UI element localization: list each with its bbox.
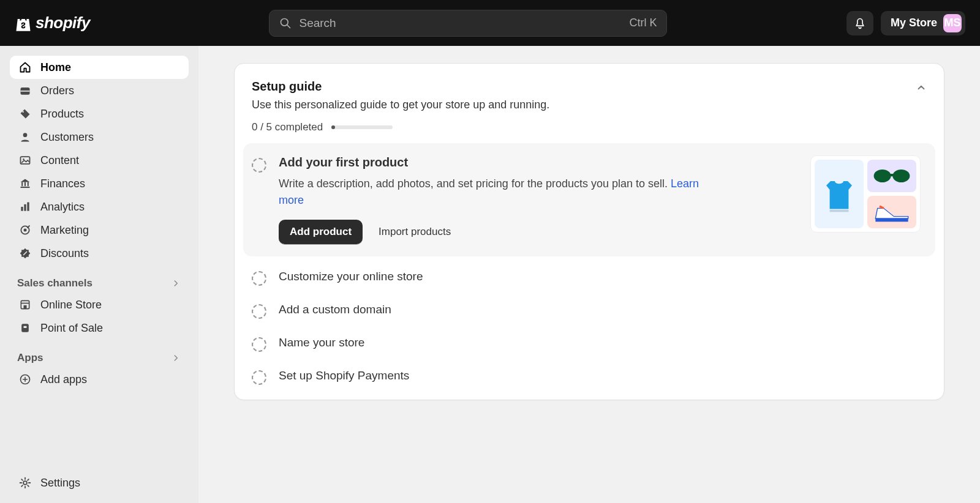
sidebar-item-label: Marketing [40,224,89,237]
task-title: Set up Shopify Payments [279,369,409,382]
tshirt-icon [815,160,864,228]
setup-guide-card: Setup guide Use this personalized guide … [234,63,944,400]
import-products-button[interactable]: Import products [379,226,451,238]
progress-text: 0 / 5 completed [252,121,323,133]
sidebar-item-discounts[interactable]: Discounts [10,242,189,265]
pos-icon [18,321,32,335]
sunglasses-icon [867,160,916,192]
svg-rect-14 [27,203,29,211]
setup-subtitle: Use this personalized guide to get your … [252,99,549,111]
store-icon [18,298,32,311]
chevron-right-icon [172,354,180,362]
task-illustration [810,155,921,233]
svg-rect-3 [21,91,30,92]
sidebar-item-label: Finances [40,177,85,190]
svg-rect-20 [24,326,27,328]
tag-icon [18,107,32,121]
sidebar-item-finances[interactable]: Finances [10,172,189,195]
target-icon [18,223,32,237]
task-status-icon [252,370,266,385]
sidebar-item-content[interactable]: Content [10,149,189,172]
inbox-icon [18,84,32,97]
top-bar: shopify Search Ctrl K My Store MS [0,0,980,46]
main-content: Setup guide Use this personalized guide … [198,46,980,503]
avatar: MS [943,14,962,32]
progress-bar [331,125,393,129]
sidebar-item-label: Orders [40,84,74,97]
sidebar-item-home[interactable]: Home [10,56,189,79]
image-icon [18,154,32,167]
sidebar-item-label: Analytics [40,201,85,214]
chevron-right-icon [172,279,180,288]
sidebar-item-label: Customers [40,131,94,144]
sidebar-item-add-apps[interactable]: Add apps [10,368,189,391]
svg-line-1 [287,24,290,28]
sidebar-item-label: Settings [40,477,80,490]
svg-rect-12 [21,207,23,211]
notifications-button[interactable] [846,11,873,35]
svg-rect-8 [21,182,23,187]
sidebar-item-label: Content [40,154,79,167]
sidebar-item-label: Discounts [40,247,89,260]
sidebar-item-online-store[interactable]: Online Store [10,293,189,316]
apps-header[interactable]: Apps [10,340,189,368]
svg-point-22 [23,481,27,485]
person-icon [18,130,32,144]
task-status-icon [252,304,266,319]
setup-title: Setup guide [252,80,549,94]
task-description: Write a description, add photos, and set… [279,176,720,209]
task-status-icon [252,337,266,352]
sneaker-icon [867,196,916,228]
home-icon [18,61,32,74]
task-shopify-payments[interactable]: Set up Shopify Payments [235,360,944,393]
chart-icon [18,200,32,214]
shopping-bag-icon [15,14,32,32]
search-icon [279,17,292,29]
svg-rect-25 [890,174,894,176]
bell-icon [854,17,866,29]
sidebar-item-customers[interactable]: Customers [10,125,189,149]
plus-circle-icon [18,373,32,386]
sidebar-item-settings[interactable]: Settings [10,471,189,494]
sidebar-item-analytics[interactable]: Analytics [10,195,189,218]
sidebar-item-pos[interactable]: Point of Sale [10,316,189,340]
store-switcher[interactable]: My Store MS [881,11,965,35]
brand-text: shopify [36,13,90,32]
sidebar-item-label: Online Store [40,299,102,311]
svg-point-16 [24,229,27,232]
search-placeholder: Search [299,17,336,30]
task-title: Name your store [279,336,364,349]
task-title: Customize your online store [279,270,423,283]
task-status-icon [252,271,266,286]
svg-rect-10 [28,182,29,187]
bank-icon [18,177,32,190]
shopify-logo[interactable]: shopify [15,13,90,32]
task-customize-store[interactable]: Customize your online store [235,261,944,294]
sidebar-item-label: Products [40,108,84,121]
sales-channels-header[interactable]: Sales channels [10,265,189,293]
collapse-button[interactable] [916,80,927,93]
sidebar-item-orders[interactable]: Orders [10,79,189,102]
svg-point-24 [892,170,910,182]
sidebar-item-marketing[interactable]: Marketing [10,218,189,242]
task-status-icon[interactable] [252,158,266,173]
gear-icon [18,476,32,490]
search-input[interactable]: Search Ctrl K [269,10,667,37]
task-title: Add your first product [279,155,798,170]
task-title: Add a custom domain [279,303,391,316]
svg-rect-18 [24,305,27,309]
svg-rect-13 [24,204,26,211]
sidebar-item-label: Point of Sale [40,322,103,335]
svg-point-23 [874,170,891,182]
sidebar-item-products[interactable]: Products [10,102,189,125]
task-custom-domain[interactable]: Add a custom domain [235,294,944,327]
discount-icon [18,247,32,260]
svg-point-4 [22,111,24,113]
task-name-store[interactable]: Name your store [235,327,944,360]
sidebar-item-label: Home [40,61,71,74]
svg-rect-9 [24,182,26,187]
svg-rect-26 [875,218,908,222]
add-product-button[interactable]: Add product [279,220,363,244]
sidebar: Home Orders Products Customers Content F… [0,46,198,503]
task-add-product: Add your first product Write a descripti… [243,143,935,256]
